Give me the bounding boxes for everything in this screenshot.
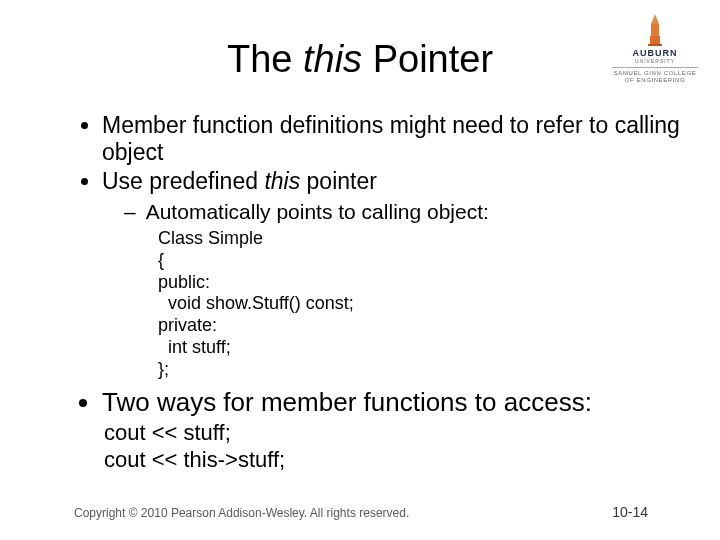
bullet-1: Member function definitions might need t… [102,112,680,166]
code-block-1: Class Simple { public: void show.Stuff()… [158,228,680,382]
bullet-2-italic: this [264,168,300,194]
title-pre: The [227,38,303,80]
bullet-2-post: pointer [300,168,377,194]
dash-1: Automatically points to calling object: [124,199,680,225]
bullet-3: Two ways for member functions to access: [102,387,680,418]
code-block-2: cout << stuff; cout << this->stuff; [104,420,680,474]
title-italic: this [303,38,362,80]
bullet-2: Use predefined this pointer Automaticall… [102,168,680,381]
dash-list: Automatically points to calling object: [124,199,680,225]
copyright-text: Copyright © 2010 Pearson Addison-Wesley.… [74,506,409,520]
title-post: Pointer [362,38,493,80]
slide-title: The this Pointer [0,38,720,81]
page-number: 10-14 [612,504,648,520]
slide: AUBURN UNIVERSITY SAMUEL GINN COLLEGE OF… [0,0,720,540]
bullet-2-pre: Use predefined [102,168,264,194]
bullet-list: Member function definitions might need t… [74,112,680,418]
slide-body: Member function definitions might need t… [74,112,680,474]
svg-rect-1 [651,24,659,36]
svg-marker-2 [651,14,659,24]
